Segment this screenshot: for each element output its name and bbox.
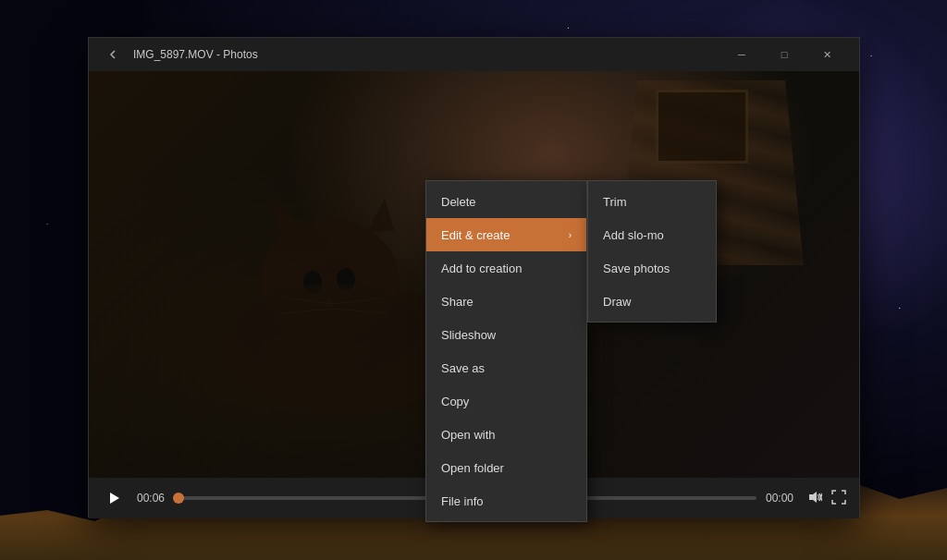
menu-item-slideshow[interactable]: Slideshow [426, 318, 586, 351]
titlebar: IMG_5897.MOV - Photos ─ □ ✕ [89, 38, 859, 71]
window-controls: ─ □ ✕ [720, 38, 848, 71]
menu-item-share[interactable]: Share [426, 285, 586, 318]
context-menu: Delete Edit & create › Add to creation S… [425, 180, 587, 522]
submenu-label-add-slo-mo: Add slo-mo [603, 228, 664, 242]
progress-thumb [173, 493, 184, 504]
submenu-item-draw[interactable]: Draw [588, 285, 716, 318]
menu-item-delete[interactable]: Delete [426, 185, 586, 218]
menu-label-file-info: File info [441, 494, 484, 508]
menu-item-save-as[interactable]: Save as [426, 351, 586, 384]
submenu: Trim Add slo-mo Save photos Draw [587, 180, 717, 323]
play-button[interactable] [102, 485, 128, 511]
menu-item-edit-create[interactable]: Edit & create › [426, 218, 586, 251]
chevron-icon: › [569, 230, 572, 240]
menu-item-add-to-creation[interactable]: Add to creation [426, 251, 586, 285]
menu-item-open-folder[interactable]: Open folder [426, 451, 586, 484]
menu-label-save-as: Save as [441, 361, 485, 375]
menu-item-file-info[interactable]: File info [426, 484, 586, 517]
menu-label-open-folder: Open folder [441, 461, 504, 475]
svg-marker-13 [809, 492, 817, 503]
room-window-decoration [656, 90, 748, 164]
close-button[interactable]: ✕ [806, 38, 848, 71]
maximize-button[interactable]: □ [763, 38, 806, 71]
svg-point-11 [237, 284, 422, 376]
volume-button[interactable] [807, 490, 822, 507]
menu-label-slideshow: Slideshow [441, 328, 496, 342]
back-button[interactable] [100, 42, 126, 67]
current-time: 00:06 [137, 492, 169, 505]
submenu-item-trim[interactable]: Trim [588, 185, 716, 218]
window-title: IMG_5897.MOV - Photos [126, 48, 720, 61]
minimize-button[interactable]: ─ [720, 38, 763, 71]
menu-item-copy[interactable]: Copy [426, 384, 586, 418]
menu-label-edit-create: Edit & create [441, 228, 510, 242]
submenu-label-draw: Draw [603, 295, 631, 309]
svg-marker-3 [366, 199, 394, 233]
svg-marker-12 [110, 493, 119, 504]
submenu-label-trim: Trim [603, 195, 627, 209]
menu-label-open-with: Open with [441, 428, 496, 442]
menu-label-add-to-creation: Add to creation [441, 262, 522, 275]
menu-label-copy: Copy [441, 395, 469, 408]
submenu-item-save-photos[interactable]: Save photos [588, 251, 716, 285]
submenu-item-add-slo-mo[interactable]: Add slo-mo [588, 218, 716, 251]
menu-label-share: Share [441, 295, 474, 309]
titlebar-nav [100, 42, 126, 67]
submenu-label-save-photos: Save photos [603, 262, 670, 275]
menu-item-open-with[interactable]: Open with [426, 418, 586, 451]
total-time: 00:00 [766, 492, 798, 505]
fullscreen-button[interactable] [831, 490, 846, 507]
menu-label-delete: Delete [441, 195, 476, 209]
